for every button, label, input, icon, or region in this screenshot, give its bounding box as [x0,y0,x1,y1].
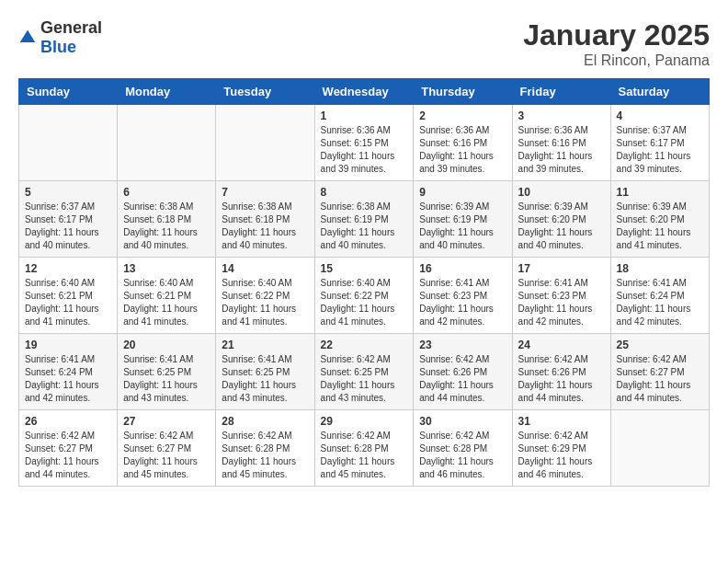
day-number: 1 [321,109,408,122]
day-number: 15 [321,262,408,275]
day-number: 5 [25,186,111,199]
calendar-cell: 11Sunrise: 6:39 AM Sunset: 6:20 PM Dayli… [610,181,709,258]
weekday-header: Monday [118,79,216,105]
calendar-cell: 31Sunrise: 6:42 AM Sunset: 6:29 PM Dayli… [512,410,610,487]
calendar-cell: 13Sunrise: 6:40 AM Sunset: 6:21 PM Dayli… [118,258,216,334]
day-info: Sunrise: 6:39 AM Sunset: 6:20 PM Dayligh… [617,201,703,252]
day-number: 22 [321,339,408,351]
calendar-cell: 28Sunrise: 6:42 AM Sunset: 6:28 PM Dayli… [216,410,314,487]
day-info: Sunrise: 6:41 AM Sunset: 6:23 PM Dayligh… [518,277,605,328]
day-info: Sunrise: 6:36 AM Sunset: 6:16 PM Dayligh… [419,124,506,176]
weekday-header: Wednesday [314,79,414,105]
day-info: Sunrise: 6:37 AM Sunset: 6:17 PM Dayligh… [25,201,111,252]
day-info: Sunrise: 6:42 AM Sunset: 6:25 PM Dayligh… [321,353,408,405]
day-info: Sunrise: 6:39 AM Sunset: 6:19 PM Dayligh… [419,201,506,252]
day-number: 25 [617,339,703,351]
day-number: 17 [518,262,605,275]
day-info: Sunrise: 6:41 AM Sunset: 6:23 PM Dayligh… [419,277,506,328]
calendar-cell [216,105,314,181]
weekday-header: Friday [512,79,610,105]
calendar-cell: 2Sunrise: 6:36 AM Sunset: 6:16 PM Daylig… [414,105,512,181]
day-number: 9 [419,186,506,199]
day-number: 31 [518,415,605,428]
day-number: 26 [25,415,111,428]
calendar: SundayMondayTuesdayWednesdayThursdayFrid… [18,78,710,487]
day-number: 19 [25,339,111,351]
calendar-cell: 10Sunrise: 6:39 AM Sunset: 6:20 PM Dayli… [512,181,610,258]
logo-icon [18,29,37,47]
calendar-cell [118,105,216,181]
weekday-header: Sunday [19,79,118,105]
calendar-cell: 26Sunrise: 6:42 AM Sunset: 6:27 PM Dayli… [19,410,118,487]
day-number: 10 [518,186,605,199]
calendar-cell [19,105,118,181]
day-number: 24 [518,339,605,351]
day-info: Sunrise: 6:42 AM Sunset: 6:28 PM Dayligh… [419,430,506,481]
day-info: Sunrise: 6:37 AM Sunset: 6:17 PM Dayligh… [617,124,703,176]
weekday-header: Tuesday [216,79,314,105]
day-number: 14 [222,262,308,275]
day-number: 11 [617,186,703,199]
day-info: Sunrise: 6:41 AM Sunset: 6:24 PM Dayligh… [617,277,703,328]
day-info: Sunrise: 6:36 AM Sunset: 6:16 PM Dayligh… [518,124,605,176]
title-section: January 2025 El Rincon, Panama [523,18,710,69]
calendar-cell: 3Sunrise: 6:36 AM Sunset: 6:16 PM Daylig… [512,105,610,181]
calendar-cell: 17Sunrise: 6:41 AM Sunset: 6:23 PM Dayli… [512,258,610,334]
day-number: 2 [419,109,506,122]
day-info: Sunrise: 6:36 AM Sunset: 6:15 PM Dayligh… [321,124,408,176]
day-info: Sunrise: 6:42 AM Sunset: 6:26 PM Dayligh… [419,353,506,405]
logo-text: General Blue [40,18,102,57]
calendar-cell: 25Sunrise: 6:42 AM Sunset: 6:27 PM Dayli… [610,334,709,410]
calendar-week: 12Sunrise: 6:40 AM Sunset: 6:21 PM Dayli… [19,258,710,334]
day-number: 6 [123,186,210,199]
calendar-cell: 15Sunrise: 6:40 AM Sunset: 6:22 PM Dayli… [314,258,414,334]
day-number: 27 [123,415,210,428]
day-number: 12 [25,262,111,275]
svg-marker-0 [20,30,36,42]
calendar-cell: 21Sunrise: 6:41 AM Sunset: 6:25 PM Dayli… [216,334,314,410]
day-info: Sunrise: 6:42 AM Sunset: 6:29 PM Dayligh… [518,430,605,481]
day-info: Sunrise: 6:38 AM Sunset: 6:18 PM Dayligh… [123,201,210,252]
day-number: 4 [617,109,703,122]
day-info: Sunrise: 6:42 AM Sunset: 6:26 PM Dayligh… [518,353,605,405]
day-info: Sunrise: 6:42 AM Sunset: 6:27 PM Dayligh… [25,430,111,481]
day-info: Sunrise: 6:39 AM Sunset: 6:20 PM Dayligh… [518,201,605,252]
day-number: 3 [518,109,605,122]
calendar-cell: 20Sunrise: 6:41 AM Sunset: 6:25 PM Dayli… [118,334,216,410]
calendar-cell: 4Sunrise: 6:37 AM Sunset: 6:17 PM Daylig… [610,105,709,181]
calendar-cell: 7Sunrise: 6:38 AM Sunset: 6:18 PM Daylig… [216,181,314,258]
calendar-cell: 14Sunrise: 6:40 AM Sunset: 6:22 PM Dayli… [216,258,314,334]
calendar-cell: 12Sunrise: 6:40 AM Sunset: 6:21 PM Dayli… [19,258,118,334]
day-info: Sunrise: 6:40 AM Sunset: 6:22 PM Dayligh… [222,277,308,328]
calendar-cell: 9Sunrise: 6:39 AM Sunset: 6:19 PM Daylig… [414,181,512,258]
day-number: 29 [321,415,408,428]
day-info: Sunrise: 6:40 AM Sunset: 6:22 PM Dayligh… [321,277,408,328]
day-number: 23 [419,339,506,351]
calendar-cell: 27Sunrise: 6:42 AM Sunset: 6:27 PM Dayli… [118,410,216,487]
day-info: Sunrise: 6:38 AM Sunset: 6:19 PM Dayligh… [321,201,408,252]
calendar-cell: 24Sunrise: 6:42 AM Sunset: 6:26 PM Dayli… [512,334,610,410]
day-number: 21 [222,339,308,351]
day-number: 7 [222,186,308,199]
calendar-cell: 16Sunrise: 6:41 AM Sunset: 6:23 PM Dayli… [414,258,512,334]
day-number: 18 [617,262,703,275]
day-info: Sunrise: 6:41 AM Sunset: 6:25 PM Dayligh… [123,353,210,405]
calendar-cell: 5Sunrise: 6:37 AM Sunset: 6:17 PM Daylig… [19,181,118,258]
day-info: Sunrise: 6:42 AM Sunset: 6:27 PM Dayligh… [123,430,210,481]
calendar-cell: 1Sunrise: 6:36 AM Sunset: 6:15 PM Daylig… [314,105,414,181]
location-title: El Rincon, Panama [523,52,710,69]
day-info: Sunrise: 6:41 AM Sunset: 6:24 PM Dayligh… [25,353,111,405]
calendar-cell: 22Sunrise: 6:42 AM Sunset: 6:25 PM Dayli… [314,334,414,410]
calendar-cell: 23Sunrise: 6:42 AM Sunset: 6:26 PM Dayli… [414,334,512,410]
day-number: 20 [123,339,210,351]
calendar-cell: 8Sunrise: 6:38 AM Sunset: 6:19 PM Daylig… [314,181,414,258]
header: General Blue January 2025 El Rincon, Pan… [18,18,710,69]
calendar-week: 19Sunrise: 6:41 AM Sunset: 6:24 PM Dayli… [19,334,710,410]
weekday-header: Saturday [610,79,709,105]
weekday-row: SundayMondayTuesdayWednesdayThursdayFrid… [19,79,710,105]
logo: General Blue [18,18,102,57]
calendar-cell: 29Sunrise: 6:42 AM Sunset: 6:28 PM Dayli… [314,410,414,487]
calendar-cell: 18Sunrise: 6:41 AM Sunset: 6:24 PM Dayli… [610,258,709,334]
calendar-week: 1Sunrise: 6:36 AM Sunset: 6:15 PM Daylig… [19,105,710,181]
calendar-cell: 19Sunrise: 6:41 AM Sunset: 6:24 PM Dayli… [19,334,118,410]
